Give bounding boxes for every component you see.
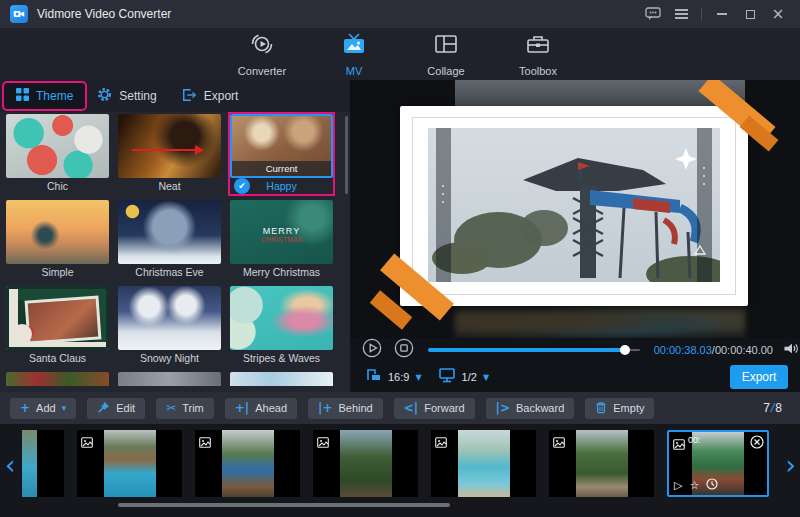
preview-stage [350, 80, 800, 338]
aspect-ratio-dropdown[interactable]: 16:9 ▼ [366, 367, 422, 387]
theme-thumbnail [6, 200, 109, 264]
timeline-clip[interactable] [549, 430, 654, 497]
theme-item-happy[interactable]: Current Happy ✔ [230, 114, 333, 194]
theme-thumbnail [118, 200, 221, 264]
titlebar: Vidmore Video Converter × [0, 0, 800, 28]
time-display: 00:00:38.03/00:00:40.00 [654, 344, 773, 356]
panel-tab-label: Theme [36, 89, 73, 103]
clip-thumbnail [22, 430, 37, 497]
tab-mv[interactable]: MV [321, 31, 387, 77]
play-button[interactable] [362, 338, 382, 362]
annotation-arrow [132, 149, 196, 151]
mv-icon [341, 31, 367, 61]
ahead-icon: +| [235, 402, 249, 414]
clip-thumbnail [104, 430, 156, 497]
aspect-ratio-icon [366, 367, 382, 387]
clip-play-icon[interactable]: ▷ [674, 479, 682, 492]
forward-button[interactable]: <| Forward [394, 398, 475, 419]
image-badge-icon [553, 434, 565, 452]
theme-item-stripes-waves[interactable]: Stripes & Waves [230, 286, 333, 366]
close-button[interactable]: × [766, 3, 790, 25]
theme-thumbnail [6, 114, 109, 178]
theme-thumbnail-partial[interactable] [230, 372, 333, 386]
theme-item-christmas-eve[interactable]: Christmas Eve [118, 200, 221, 280]
tab-setting[interactable]: Setting [85, 83, 168, 109]
options-bar: 16:9 ▼ 1/2 ▼ Export [350, 362, 800, 392]
collage-icon [433, 31, 459, 61]
stop-button[interactable] [394, 338, 414, 362]
timeline-clip-selected[interactable]: 00: ▷ ☆ [667, 430, 769, 497]
edit-button[interactable]: Edit [87, 398, 145, 419]
theme-thumbnail-partial[interactable] [118, 372, 221, 386]
theme-item-chic[interactable]: Chic [6, 114, 109, 194]
image-badge-icon [673, 436, 685, 454]
preview-frame [400, 106, 748, 306]
close-icon: × [772, 7, 785, 22]
preview-panel: 00:00:38.03/00:00:40.00 16:9 ▼ 1/2 ▼ Exp… [350, 80, 800, 392]
tab-collage[interactable]: Collage [413, 31, 479, 77]
display-page-dropdown[interactable]: 1/2 ▼ [438, 367, 489, 387]
nav-tab-label: Converter [238, 65, 286, 77]
export-panel-icon [181, 88, 197, 105]
clip-clock-icon[interactable] [706, 478, 718, 492]
theme-panel: Theme Setting Export Chic [0, 80, 350, 392]
tab-theme[interactable]: Theme [4, 83, 85, 109]
timeline-scrollbar[interactable] [118, 503, 450, 507]
theme-scrollbar[interactable] [345, 116, 348, 194]
slider-handle[interactable] [620, 345, 630, 355]
nav-tab-label: MV [346, 65, 363, 77]
panel-tab-label: Export [204, 89, 239, 103]
clip-star-icon[interactable]: ☆ [689, 479, 699, 492]
gear-icon [97, 87, 112, 105]
theme-item-santa-claus[interactable]: Santa Claus [6, 286, 109, 366]
backward-icon: |> [496, 402, 510, 414]
image-badge-icon [435, 434, 447, 452]
theme-grid-icon [16, 88, 29, 104]
theme-label: Chic [6, 178, 109, 194]
theme-item-snowy-night[interactable]: Snowy Night [118, 286, 221, 366]
maximize-button[interactable] [738, 3, 762, 25]
behind-button[interactable]: |+ Behind [308, 398, 383, 419]
preview-backdrop-strip [455, 306, 745, 338]
aspect-ratio-value: 16:9 [388, 371, 409, 383]
feedback-icon[interactable] [641, 3, 665, 25]
nav-tab-label: Toolbox [519, 65, 557, 77]
timeline-clip[interactable] [22, 430, 64, 497]
minimize-button[interactable] [710, 3, 734, 25]
app-window: Vidmore Video Converter × Converter MV [0, 0, 800, 517]
theme-item-simple[interactable]: Simple [6, 200, 109, 280]
forward-icon: <| [404, 402, 418, 414]
theme-item-neat[interactable]: Neat [118, 114, 221, 194]
chevron-down-icon: ▼ [415, 373, 421, 382]
timeline: ‹ [0, 424, 800, 517]
timeline-clip[interactable] [431, 430, 536, 497]
menu-icon[interactable] [669, 3, 693, 25]
tab-converter[interactable]: Converter [229, 31, 295, 77]
theme-thumbnail [230, 286, 333, 350]
theme-thumbnail: MERRY CHRISTMAS [230, 200, 333, 264]
empty-button[interactable]: Empty [585, 398, 654, 419]
ahead-button[interactable]: +| Ahead [225, 398, 297, 419]
backward-button[interactable]: |> Backward [486, 398, 575, 419]
export-button[interactable]: Export [730, 365, 788, 389]
add-button[interactable]: + Add ▾ [10, 398, 76, 419]
theme-label: Stripes & Waves [230, 350, 333, 366]
progress-slider[interactable] [428, 344, 640, 356]
timeline-clip[interactable] [77, 430, 182, 497]
theme-item-merry-christmas[interactable]: MERRY CHRISTMAS Merry Christmas [230, 200, 333, 280]
current-badge: Current [232, 161, 331, 176]
display-page-value: 1/2 [462, 371, 477, 383]
selected-check-icon: ✔ [234, 178, 250, 194]
tab-export[interactable]: Export [169, 83, 251, 109]
timeline-clip[interactable] [195, 430, 300, 497]
volume-icon[interactable] [783, 341, 800, 360]
panel-tab-label: Setting [119, 89, 156, 103]
remove-clip-icon[interactable] [750, 435, 764, 453]
trim-button[interactable]: ✂ Trim [156, 398, 214, 419]
theme-thumbnail-partial[interactable] [6, 372, 109, 386]
timeline-scroll-right[interactable]: › [786, 452, 796, 478]
timeline-scroll-left[interactable]: ‹ [5, 452, 15, 478]
chevron-down-icon: ▾ [62, 404, 67, 413]
timeline-clip[interactable] [313, 430, 418, 497]
tab-toolbox[interactable]: Toolbox [505, 31, 571, 77]
